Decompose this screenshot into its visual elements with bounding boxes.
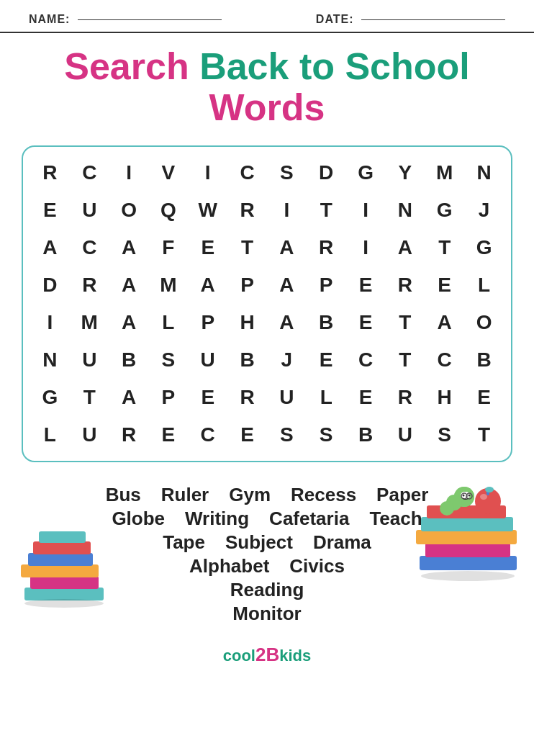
grid-cell: R xyxy=(385,266,425,304)
logo-section: cool2Bkids xyxy=(0,634,534,673)
grid-cell: I xyxy=(30,304,70,341)
word-row: Reading xyxy=(230,579,304,601)
grid-cell: J xyxy=(267,341,307,379)
word-row: AlphabetCivics xyxy=(189,555,345,577)
grid-cell: R xyxy=(227,379,267,416)
grid-row: DRAMAPAPEREL xyxy=(30,266,504,304)
word-item: Tape xyxy=(163,531,205,554)
logo: cool2Bkids xyxy=(223,647,312,665)
grid-cell: E xyxy=(30,192,70,229)
grid-cell: L xyxy=(30,416,70,454)
grid-cell: E xyxy=(188,379,227,416)
word-row: GlobeWritingCafetariaTeach xyxy=(112,508,422,530)
grid-cell: U xyxy=(70,341,109,379)
grid-cell: E xyxy=(307,341,346,379)
grid-cell: R xyxy=(70,266,109,304)
word-item: Monitor xyxy=(232,603,301,625)
grid-cell: U xyxy=(267,379,307,416)
date-text: DATE: xyxy=(316,13,354,25)
header: NAME: DATE: xyxy=(0,0,534,33)
grid-cell: I xyxy=(267,192,307,229)
grid-cell: L xyxy=(148,304,188,341)
grid-cell: A xyxy=(425,304,464,341)
grid-row: GTAPERULERHE xyxy=(30,379,504,416)
word-search-grid: RCIVICSDGYMNEUOQWRITINGJACAFETARIATGDRAM… xyxy=(22,145,512,462)
grid-cell: A xyxy=(109,266,149,304)
grid-cell: T xyxy=(307,192,346,229)
logo-2b: 2B xyxy=(255,644,279,665)
grid-cell: O xyxy=(109,192,149,229)
grid-cell: V xyxy=(148,154,188,192)
grid-cell: H xyxy=(425,379,464,416)
svg-point-6 xyxy=(24,599,104,608)
grid-row: ACAFETARIATG xyxy=(30,229,504,266)
grid-cell: B xyxy=(307,304,346,341)
grid-cell: T xyxy=(70,379,109,416)
word-item: Drama xyxy=(313,531,371,554)
grid-cell: M xyxy=(425,154,464,192)
logo-cool: cool xyxy=(223,647,255,665)
grid-cell: G xyxy=(464,229,504,266)
grid-table: RCIVICSDGYMNEUOQWRITINGJACAFETARIATGDRAM… xyxy=(30,154,504,454)
grid-cell: C xyxy=(70,229,109,266)
grid-cell: T xyxy=(464,416,504,454)
grid-cell: M xyxy=(148,266,188,304)
logo-kids: kids xyxy=(279,647,311,665)
grid-row: RCIVICSDGYMN xyxy=(30,154,504,192)
grid-cell: N xyxy=(30,341,70,379)
grid-cell: T xyxy=(385,341,425,379)
grid-cell: A xyxy=(385,229,425,266)
svg-point-14 xyxy=(485,487,494,492)
grid-cell: T xyxy=(227,229,267,266)
grid-cell: E xyxy=(227,416,267,454)
books-right-decoration xyxy=(412,469,524,602)
svg-rect-5 xyxy=(39,531,86,543)
grid-cell: C xyxy=(188,416,227,454)
grid-cell: A xyxy=(267,304,307,341)
grid-cell: M xyxy=(70,304,109,341)
word-item: Gym xyxy=(229,484,271,506)
grid-cell: F xyxy=(148,229,188,266)
grid-cell: U xyxy=(385,416,425,454)
title-search: Search xyxy=(64,45,189,87)
grid-cell: A xyxy=(109,379,149,416)
grid-cell: U xyxy=(70,192,109,229)
word-row: Monitor xyxy=(232,603,301,625)
grid-cell: R xyxy=(307,229,346,266)
grid-cell: G xyxy=(346,154,386,192)
grid-cell: J xyxy=(464,192,504,229)
grid-cell: P xyxy=(227,266,267,304)
svg-rect-2 xyxy=(21,564,99,577)
title-school: School xyxy=(345,45,469,87)
name-text: NAME: xyxy=(29,13,70,25)
grid-cell: A xyxy=(188,266,227,304)
grid-cell: E xyxy=(425,266,464,304)
svg-point-19 xyxy=(440,501,454,516)
word-list-area: BusRulerGymRecessPaperGlobeWritingCafeta… xyxy=(0,477,534,634)
grid-cell: S xyxy=(148,341,188,379)
grid-cell: Q xyxy=(148,192,188,229)
svg-point-26 xyxy=(469,495,471,497)
grid-cell: A xyxy=(109,229,149,266)
grid-cell: B xyxy=(346,416,386,454)
svg-point-25 xyxy=(463,495,465,497)
grid-cell: E xyxy=(188,229,227,266)
word-row: TapeSubjectDrama xyxy=(163,531,371,554)
grid-cell: C xyxy=(227,154,267,192)
word-item: Ruler xyxy=(161,484,209,506)
title-section: Search Back to School Words xyxy=(0,33,534,138)
grid-cell: L xyxy=(464,266,504,304)
grid-cell: A xyxy=(109,304,149,341)
grid-cell: O xyxy=(464,304,504,341)
name-label: NAME: xyxy=(29,13,222,26)
svg-rect-3 xyxy=(28,553,93,566)
grid-cell: A xyxy=(30,229,70,266)
word-item: Bus xyxy=(106,484,141,506)
grid-cell: G xyxy=(30,379,70,416)
grid-cell: I xyxy=(109,154,149,192)
grid-cell: R xyxy=(109,416,149,454)
svg-rect-9 xyxy=(416,530,517,544)
grid-cell: A xyxy=(267,266,307,304)
grid-cell: R xyxy=(30,154,70,192)
grid-cell: T xyxy=(385,304,425,341)
